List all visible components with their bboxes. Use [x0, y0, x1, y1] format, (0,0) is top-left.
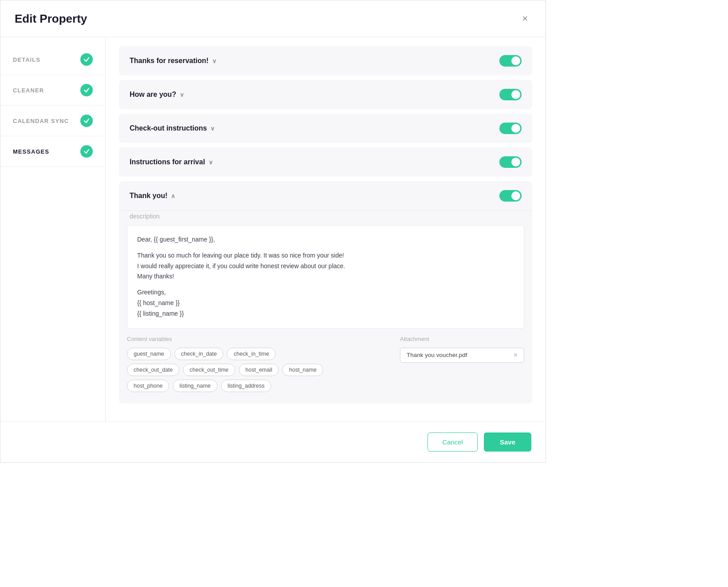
toggle-slider-thank-you — [499, 190, 522, 202]
message-header-checkout-instructions[interactable]: Check-out instructions ∨ — [119, 114, 532, 143]
variables-section: Content variables guest_name check_in_da… — [127, 336, 524, 396]
tag-host-email[interactable]: host_email — [239, 364, 279, 376]
check-icon-messages — [80, 145, 93, 158]
message-title-how-are-you: How are you? ∨ — [130, 91, 184, 99]
toggle-slider-thanks-reservation — [499, 55, 522, 67]
toggle-slider-checkout-instructions — [499, 123, 522, 134]
sidebar-label-details: DETAILS — [13, 56, 40, 63]
footer: Cancel Save — [0, 421, 546, 462]
body-line-2: Thank you so much for leaving our place … — [137, 250, 514, 282]
tag-check-in-date[interactable]: check_in_date — [174, 348, 224, 360]
body-line-1: Dear, {{ guest_first_name }}, — [137, 234, 514, 245]
sidebar-label-cleaner: CLEANER — [13, 87, 44, 94]
chevron-icon-checkout-instructions: ∨ — [210, 125, 215, 132]
sidebar-item-cleaner[interactable]: CLEANER — [0, 75, 105, 106]
cancel-button[interactable]: Cancel — [427, 432, 478, 452]
message-body-thank-you[interactable]: Dear, {{ guest_first_name }}, Thank you … — [127, 225, 524, 329]
toggle-thank-you[interactable] — [499, 190, 522, 202]
sidebar-item-messages[interactable]: MESSAGES — [0, 136, 105, 167]
attachment-remove-button[interactable]: × — [514, 352, 518, 359]
message-row-thank-you: Thank you! ∧ description Dear, {{ guest_… — [119, 181, 532, 404]
tag-check-out-time[interactable]: check_out_time — [183, 364, 235, 376]
chevron-icon-thanks-reservation: ∨ — [212, 58, 217, 64]
tag-listing-address[interactable]: listing_address — [221, 380, 271, 392]
sidebar-item-details[interactable]: DETAILS — [0, 44, 105, 75]
attachment-item: Thank you voucher.pdf × — [400, 348, 524, 363]
check-icon-cleaner — [80, 84, 93, 96]
message-row-checkout-instructions: Check-out instructions ∨ — [119, 114, 532, 143]
message-title-instructions-arrival: Instructions for arrival ∨ — [130, 158, 213, 166]
close-button[interactable]: × — [518, 11, 531, 26]
chevron-icon-how-are-you: ∨ — [180, 91, 184, 98]
modal-header: Edit Property × — [0, 0, 546, 37]
message-row-how-are-you: How are you? ∨ — [119, 80, 532, 109]
tags-row-1: guest_name check_in_date check_in_time — [127, 348, 389, 360]
tag-check-in-time[interactable]: check_in_time — [227, 348, 276, 360]
tag-host-phone[interactable]: host_phone — [127, 380, 169, 392]
tag-guest-name[interactable]: guest_name — [127, 348, 171, 360]
tags-row-2: check_out_date check_out_time host_email… — [127, 364, 389, 376]
message-title-thanks-reservation: Thanks for reservation! ∨ — [130, 57, 217, 65]
tag-listing-name[interactable]: listing_name — [173, 380, 217, 392]
message-description-label: description — [119, 211, 532, 225]
message-title-checkout-instructions: Check-out instructions ∨ — [130, 124, 215, 132]
toggle-checkout-instructions[interactable] — [499, 123, 522, 134]
attachment-label: Attachment — [400, 336, 524, 342]
message-header-thanks-reservation[interactable]: Thanks for reservation! ∨ — [119, 46, 532, 75]
chevron-icon-instructions-arrival: ∨ — [209, 159, 213, 166]
chevron-icon-thank-you: ∧ — [171, 193, 175, 199]
attachment-filename: Thank you voucher.pdf — [407, 352, 467, 358]
toggle-slider-how-are-you — [499, 89, 522, 100]
body-layout: DETAILS CLEANER CALENDAR SYNC MESSAGES — [0, 37, 546, 421]
message-row-thanks-reservation: Thanks for reservation! ∨ — [119, 46, 532, 75]
message-title-thank-you: Thank you! ∧ — [130, 192, 175, 200]
tag-check-out-date[interactable]: check_out_date — [127, 364, 179, 376]
variables-col: Content variables guest_name check_in_da… — [127, 336, 389, 396]
sidebar: DETAILS CLEANER CALENDAR SYNC MESSAGES — [0, 37, 106, 421]
attachment-col: Attachment Thank you voucher.pdf × — [400, 336, 524, 396]
body-line-3: Greetings,{{ host_name }}{{ listing_name… — [137, 287, 514, 319]
sidebar-item-calendar-sync[interactable]: CALENDAR SYNC — [0, 106, 105, 136]
main-content: Thanks for reservation! ∨ How are you? ∨ — [106, 37, 546, 421]
tags-row-3: host_phone listing_name listing_address — [127, 380, 389, 392]
sidebar-label-calendar-sync: CALENDAR SYNC — [13, 118, 69, 124]
check-icon-details — [80, 53, 93, 66]
page-title: Edit Property — [15, 12, 87, 26]
content-variables-label: Content variables — [127, 336, 389, 342]
message-row-instructions-arrival: Instructions for arrival ∨ — [119, 147, 532, 177]
message-header-thank-you[interactable]: Thank you! ∧ — [119, 181, 532, 210]
save-button[interactable]: Save — [484, 432, 531, 452]
sidebar-label-messages: MESSAGES — [13, 148, 49, 155]
message-header-how-are-you[interactable]: How are you? ∨ — [119, 80, 532, 109]
check-icon-calendar-sync — [80, 115, 93, 127]
tag-host-name[interactable]: host_name — [282, 364, 323, 376]
toggle-how-are-you[interactable] — [499, 89, 522, 100]
message-expanded-thank-you: description Dear, {{ guest_first_name }}… — [119, 210, 532, 396]
toggle-instructions-arrival[interactable] — [499, 156, 522, 168]
toggle-thanks-reservation[interactable] — [499, 55, 522, 67]
toggle-slider-instructions-arrival — [499, 156, 522, 168]
message-header-instructions-arrival[interactable]: Instructions for arrival ∨ — [119, 147, 532, 177]
